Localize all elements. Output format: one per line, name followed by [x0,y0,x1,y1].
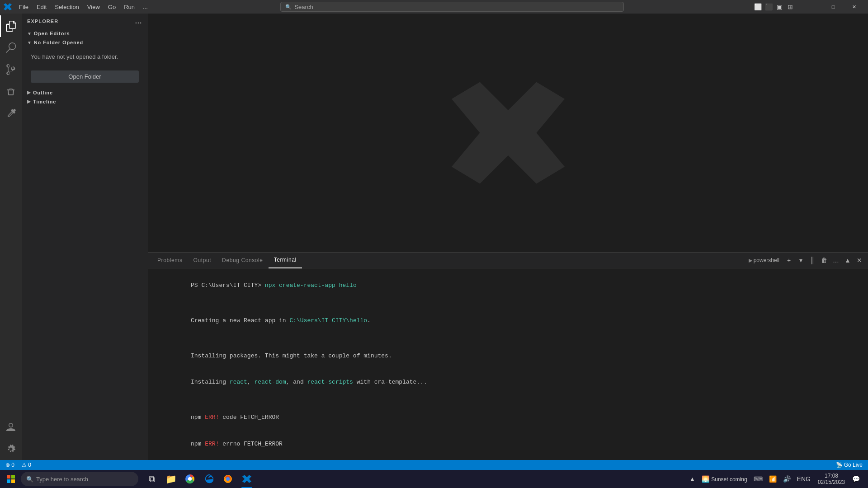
title-bar-layout-actions: ⬜ ⬛ ▣ ⊞ [753,2,795,11]
terminal-tabs-bar: Problems Output Debug Console Terminal ▶… [148,253,868,268]
maximize-panel-btn[interactable]: ▲ [843,255,853,265]
tab-terminal[interactable]: Terminal [269,253,302,268]
show-hidden-icons-btn[interactable]: ▲ [686,474,698,484]
settings-activity-icon[interactable] [0,438,22,460]
go-live-text: Go Live [844,462,863,468]
kill-terminal-btn[interactable]: 🗑 [819,255,829,265]
tab-output[interactable]: Output [188,253,217,268]
svg-rect-1 [11,475,15,479]
file-explorer-btn[interactable]: 📁 [162,470,180,488]
outline-section[interactable]: ▶ Outline [22,88,148,97]
chrome-btn[interactable] [181,470,199,488]
terminal-line-2 [156,299,861,308]
notification-icon[interactable]: 🌅 Sunset coming [699,474,750,484]
go-live-btn[interactable]: 📡 Go Live [834,460,864,470]
maximize-btn[interactable]: □ [823,0,844,14]
cmd-1: npx create-react-app hello [265,282,357,289]
start-button[interactable] [2,470,20,488]
timeline-chevron: ▶ [27,99,31,104]
task-view-btn[interactable]: ⧉ [143,470,161,488]
title-bar: File Edit Selection View Go Run ... 🔍 Se… [0,0,868,14]
notification-center-btn[interactable]: 💬 [849,474,863,484]
vscode-watermark-icon [452,76,565,189]
source-control-activity-icon[interactable] [0,59,22,80]
no-folder-label: No Folder Opened [34,40,83,45]
terminal-content[interactable]: PS C:\Users\IT CITY> npx create-react-ap… [148,268,868,460]
terminal-more-btn[interactable]: … [831,255,841,265]
title-search-input[interactable]: 🔍 Search [280,2,624,12]
menu-run[interactable]: Run [120,3,138,11]
split-terminal-btn[interactable]: ║ [807,255,817,265]
menu-selection[interactable]: Selection [51,3,82,11]
menu-edit[interactable]: Edit [33,3,50,11]
sidebar-more-btn[interactable]: … [135,17,142,25]
customize-layout-btn[interactable]: ⊞ [786,2,795,11]
explorer-activity-icon[interactable] [0,15,22,37]
taskbar: 🔍 Type here to search ⧉ 📁 [0,470,868,488]
powershell-text: powershell [754,257,779,263]
sidebar-bottom-sections: ▶ Outline ▶ Timeline [22,88,148,106]
err-rest-1: code FETCH_ERROR [219,414,279,421]
extensions-activity-icon[interactable] [0,102,22,124]
edge-btn[interactable] [200,470,218,488]
taskbar-search-icon: 🔍 [26,476,33,483]
menu-more[interactable]: ... [139,3,151,11]
tab-debug-console[interactable]: Debug Console [217,253,269,268]
status-bar: ⊗ 0 ⚠ 0 📡 Go Live [0,460,868,470]
close-panel-btn[interactable]: ✕ [854,255,864,265]
powershell-label: ▶ powershell [746,256,782,264]
outline-chevron: ▶ [27,90,31,95]
menu-go[interactable]: Go [104,3,119,11]
taskbar-search[interactable]: 🔍 Type here to search [21,472,138,486]
sidebar-header: Explorer … [22,14,148,29]
volume-icon[interactable]: 🔊 [780,474,793,484]
status-errors[interactable]: ⊗ 0 [4,460,16,470]
taskbar-center-apps: ⧉ 📁 [143,470,256,488]
timeline-section[interactable]: ▶ Timeline [22,97,148,106]
vscode-logo-background [148,14,868,252]
toggle-primary-sidebar-btn[interactable]: ⬜ [753,2,762,11]
firefox-btn[interactable] [219,470,237,488]
menu-view[interactable]: View [84,3,104,11]
open-editors-section[interactable]: ▼ Open Editors [22,29,148,38]
terminal-dropdown-btn[interactable]: ▾ [796,255,806,265]
err-label-1: ERR! [205,414,219,421]
terminal-actions: ▶ powershell + ▾ ║ 🗑 … ▲ ✕ [746,255,864,265]
accounts-activity-icon[interactable] [0,417,22,438]
main-content: Explorer … ▼ Open Editors ▼ No Folder Op… [0,14,868,460]
status-warnings[interactable]: ⚠ 0 [20,460,33,470]
open-editors-label: Open Editors [34,31,70,36]
terminal-err-1: npm ERR! code FETCH_ERROR [156,404,861,431]
editor-area: Problems Output Debug Console Terminal ▶… [148,14,868,460]
close-btn[interactable]: ✕ [844,0,864,14]
svg-rect-0 [7,475,10,479]
no-folder-chevron: ▼ [27,40,32,45]
sunset-text: Sunset coming [711,476,747,483]
run-debug-activity-icon[interactable] [0,80,22,102]
network-icon[interactable]: 📶 [766,474,779,484]
keyboard-icon[interactable]: ⌨ [751,474,765,484]
menu-file[interactable]: File [15,3,32,11]
title-search-bar: 🔍 Search [155,2,750,12]
search-activity-icon[interactable] [0,37,22,59]
clock[interactable]: 17:08 02/15/2023 [814,472,849,486]
activity-bar [0,14,22,460]
toggle-secondary-sidebar-btn[interactable]: ▣ [775,2,784,11]
language-indicator[interactable]: ENG [794,474,813,484]
dot-1: . [367,317,371,324]
tab-problems[interactable]: Problems [152,253,188,268]
no-folder-section[interactable]: ▼ No Folder Opened [22,38,148,47]
and-text: , and [286,379,307,385]
toggle-panel-btn[interactable]: ⬛ [764,2,773,11]
open-folder-button[interactable]: Open Folder [31,70,139,83]
minimize-btn[interactable]: − [802,0,823,14]
terminal-line-3: Creating a new React app in C:\Users\IT … [156,307,861,334]
new-terminal-btn[interactable]: + [784,255,794,265]
react-scripts-pkg: react-scripts [307,379,353,385]
svg-rect-2 [7,479,10,483]
vscode-taskbar-btn[interactable] [238,470,256,488]
search-placeholder-text: Search [294,4,313,10]
with-text: with cra-template... [353,379,427,385]
svg-point-8 [226,477,230,481]
react-pkg: react [230,379,247,385]
